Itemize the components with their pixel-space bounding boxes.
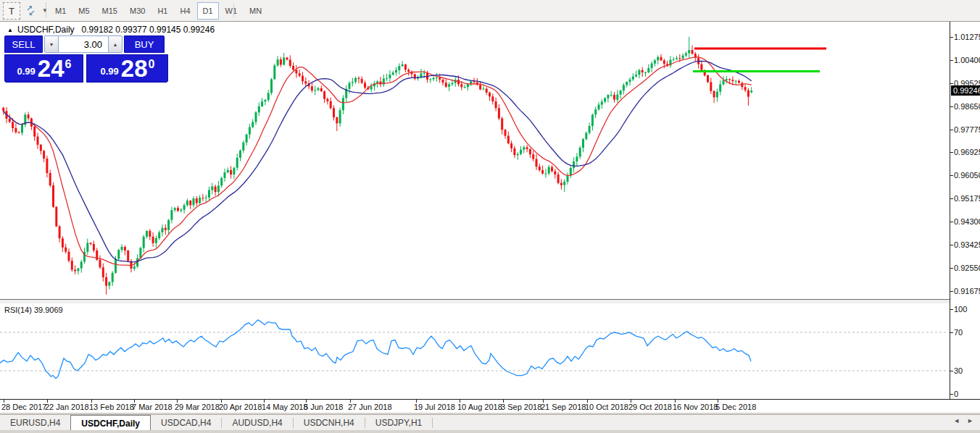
timeframe-button-m15[interactable]: M15 bbox=[96, 2, 123, 20]
date-axis-label: 3 Sep 2018 bbox=[501, 403, 541, 411]
price-axis-tick bbox=[950, 175, 953, 176]
date-axis-label: 21 Sep 2018 bbox=[541, 403, 586, 411]
buy-button[interactable]: BUY bbox=[124, 35, 165, 53]
arrow-down-left-icon: ↙ bbox=[28, 8, 35, 17]
date-axis-label: 5 Jun 2018 bbox=[304, 403, 343, 411]
price-axis-label: 1.00400 bbox=[954, 56, 980, 64]
buy-price-prefix: 0.99 bbox=[101, 66, 119, 77]
volume-decrease-button[interactable]: ▼ bbox=[44, 35, 59, 53]
chart-tab-audusd[interactable]: AUDUSD,H4 bbox=[222, 415, 292, 431]
price-axis-tick bbox=[950, 268, 953, 269]
tab-scroll-buttons: ◄ ► bbox=[950, 416, 977, 426]
price-axis-tick bbox=[950, 245, 953, 245]
price-axis-tick bbox=[950, 83, 953, 84]
price-axis-tick bbox=[950, 130, 953, 130]
sell-price-quote[interactable]: 0.99246 bbox=[4, 54, 83, 83]
status-strip bbox=[0, 430, 980, 433]
rsi-axis-label: 30 bbox=[954, 366, 963, 375]
price-axis-label: 0.97775 bbox=[954, 125, 980, 134]
rsi-axis-tick bbox=[950, 394, 953, 395]
price-axis-tick bbox=[950, 60, 953, 61]
date-axis-label: 29 Mar 2018 bbox=[175, 403, 220, 411]
timeframe-button-m5[interactable]: M5 bbox=[72, 2, 95, 20]
sell-button[interactable]: SELL bbox=[4, 35, 43, 53]
chart-symbol-title: USDCHF,Daily bbox=[17, 25, 75, 35]
date-axis-label: 7 Mar 2018 bbox=[132, 403, 173, 411]
date-axis-label: 22 Jan 2018 bbox=[45, 403, 89, 411]
date-axis-label: 20 Apr 2018 bbox=[219, 403, 262, 411]
ma-slow-line bbox=[4, 62, 752, 262]
tab-separator bbox=[432, 418, 433, 428]
sell-price-big-digits: 24 bbox=[38, 58, 65, 80]
toolbar: T ↗↙ ▼ M1M5M15M30H1H4D1W1MN bbox=[0, 0, 980, 22]
price-axis-label: 0.91675 bbox=[954, 287, 980, 295]
collapse-panel-icon[interactable]: ▲ bbox=[7, 27, 13, 33]
price-axis-tick bbox=[950, 152, 953, 153]
date-axis-label: 13 Feb 2018 bbox=[89, 403, 134, 411]
rsi-axis-tick bbox=[950, 332, 953, 333]
rsi-axis-label: 70 bbox=[954, 328, 963, 337]
date-axis-label: 10 Aug 2018 bbox=[457, 403, 502, 411]
rsi-canvas bbox=[0, 303, 950, 399]
date-axis-label: 16 Nov 2018 bbox=[673, 403, 718, 411]
volume-input[interactable]: 3.00 bbox=[59, 35, 108, 53]
buy-price-big-digits: 28 bbox=[121, 58, 148, 80]
tab-scroll-left-icon[interactable]: ◄ bbox=[950, 416, 963, 426]
timeframe-button-d1[interactable]: D1 bbox=[197, 2, 219, 20]
buy-price-pipette: 0 bbox=[149, 58, 155, 71]
price-axis-label: 0.94300 bbox=[954, 217, 980, 226]
price-axis-tick bbox=[950, 198, 953, 199]
price-axis-label: 1.01275 bbox=[954, 33, 980, 41]
rsi-axis-tick bbox=[950, 371, 953, 371]
sell-price-pipette: 6 bbox=[65, 58, 72, 71]
toolbar-separator-2 bbox=[233, 3, 234, 17]
rsi-axis-tick bbox=[950, 309, 953, 310]
timeframe-button-h1[interactable]: H1 bbox=[151, 2, 173, 20]
date-axis[interactable]: 28 Dec 2017 22 Jan 2018 13 Feb 2018 7 Ma… bbox=[0, 399, 980, 414]
timeframe-button-m30[interactable]: M30 bbox=[124, 2, 151, 20]
price-axis[interactable]: 1.01275 1.00400 0.99525 0.98650 0.97775 … bbox=[950, 22, 980, 399]
sell-price-prefix: 0.99 bbox=[17, 66, 36, 77]
date-axis-label: 27 Jun 2018 bbox=[348, 403, 392, 411]
date-axis-label: 5 Dec 2018 bbox=[715, 403, 756, 411]
chart-tab-usdcnh[interactable]: USDCNH,H4 bbox=[294, 415, 365, 431]
price-axis-label: 0.95175 bbox=[954, 194, 980, 203]
price-axis-label: 0.96925 bbox=[954, 148, 980, 156]
one-click-trading-panel: SELL ▼ 3.00 ▲ BUY 0.99246 0.99280 bbox=[4, 35, 168, 83]
price-axis-tick bbox=[950, 106, 953, 107]
arrange-windows-icon[interactable]: ↗↙ bbox=[22, 2, 41, 18]
text-tool-button[interactable]: T bbox=[3, 2, 20, 20]
price-axis-tick bbox=[950, 291, 953, 292]
chart-ohlc-values: 0.99182 0.99377 0.99145 0.99246 bbox=[82, 25, 215, 35]
price-axis-label: 0.92550 bbox=[954, 264, 980, 272]
chart-tab-eurusd[interactable]: EURUSD,H4 bbox=[0, 415, 70, 431]
chart-tab-usdchf[interactable]: USDCHF,Daily bbox=[70, 415, 151, 431]
rsi-pane[interactable]: RSI(14) 39.9069 bbox=[0, 303, 950, 399]
price-axis-label: 0.96050 bbox=[954, 171, 980, 180]
price-axis-tick bbox=[950, 222, 953, 222]
chart-header: ▲ USDCHF,Daily 0.99182 0.99377 0.99145 0… bbox=[7, 25, 215, 35]
rsi-axis-label: 0 bbox=[954, 390, 958, 398]
rsi-axis-label: 100 bbox=[954, 305, 967, 314]
date-axis-label: 10 Oct 2018 bbox=[585, 403, 628, 411]
rsi-indicator-label: RSI(14) 39.9069 bbox=[4, 306, 63, 314]
timeframe-button-h4[interactable]: H4 bbox=[174, 2, 196, 20]
price-axis-tick bbox=[950, 37, 953, 38]
rsi-line bbox=[0, 320, 751, 379]
timeframe-button-w1[interactable]: W1 bbox=[220, 2, 244, 20]
timeframe-button-mn[interactable]: MN bbox=[244, 2, 267, 20]
date-axis-label: 14 May 2018 bbox=[262, 403, 308, 411]
chart-tab-usdcad[interactable]: USDCAD,H4 bbox=[151, 415, 221, 431]
current-price-tag: 0.99246 bbox=[951, 85, 980, 96]
timeframe-group: M1M5M15M30H1H4D1W1MN bbox=[49, 2, 268, 20]
timeframe-button-m1[interactable]: M1 bbox=[49, 2, 72, 20]
ma-fast-line bbox=[4, 57, 752, 266]
price-axis-label: 0.98650 bbox=[954, 102, 980, 111]
volume-increase-button[interactable]: ▲ bbox=[108, 35, 122, 53]
tab-scroll-right-icon[interactable]: ► bbox=[963, 416, 977, 426]
chart-window: RSI(14) 39.9069 1.01275 1.00400 0.99525 … bbox=[0, 21, 980, 413]
buy-price-quote[interactable]: 0.99280 bbox=[86, 54, 168, 83]
chart-tab-usdjpy[interactable]: USDJPY,H1 bbox=[365, 415, 432, 431]
date-axis-label: 19 Jul 2018 bbox=[414, 403, 455, 411]
date-axis-label: 28 Dec 2017 bbox=[1, 403, 46, 411]
